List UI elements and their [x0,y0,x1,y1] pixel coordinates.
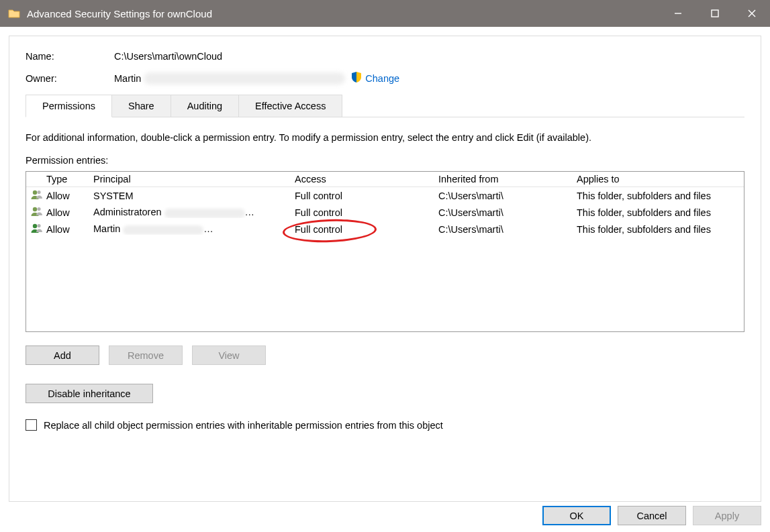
minimize-button[interactable] [659,0,696,27]
replace-checkbox[interactable] [26,419,37,431]
svg-point-9 [37,224,40,227]
col-type[interactable]: Type [46,174,93,184]
row-access: Full control [295,191,438,201]
row-type: Allow [46,191,93,201]
owner-label: Owner: [26,73,114,84]
svg-point-5 [37,191,40,194]
col-principal[interactable]: Principal [93,174,295,184]
replace-entries-row[interactable]: Replace all child object permission entr… [26,419,744,431]
table-row[interactable]: AllowSYSTEM Full controlC:\Users\marti\T… [26,187,744,204]
row-principal: Martin … [93,223,295,234]
disable-inheritance-button[interactable]: Disable inheritance [26,384,153,403]
row-access: Full control [295,224,438,235]
apply-button[interactable]: Apply [693,506,761,525]
view-button[interactable]: View [192,345,266,365]
tab-effective-access[interactable]: Effective Access [239,95,342,117]
row-inherited: C:\Users\marti\ [438,224,577,235]
svg-point-7 [37,207,40,211]
info-text: For additional information, double-click… [26,132,744,143]
svg-point-4 [33,191,37,195]
tab-share[interactable]: Share [112,95,171,117]
main-panel: Name: C:\Users\marti\ownCloud Owner: Mar… [9,36,761,502]
window-controls [659,0,770,27]
row-type: Allow [46,207,93,218]
change-owner[interactable]: Change [350,71,399,85]
entries-label: Permission entries: [26,155,744,166]
user-icon [30,223,46,235]
svg-rect-1 [712,10,718,17]
remove-button[interactable]: Remove [109,345,183,365]
add-button[interactable]: Add [26,345,99,365]
dialog-buttons: OK Cancel Apply [542,506,761,525]
window-title: Advanced Security Settings for ownCloud [27,8,659,19]
entry-buttons: Add Remove View [26,345,744,365]
owner-redacted [144,72,345,85]
row-principal: SYSTEM [93,191,295,201]
maximize-button[interactable] [696,0,733,27]
close-button[interactable] [733,0,770,27]
window: Advanced Security Settings for ownCloud … [0,0,770,532]
grid-header: Type Principal Access Inherited from App… [26,172,744,187]
user-icon [30,189,46,202]
highlight-ellipse [282,217,377,244]
col-applies[interactable]: Applies to [577,174,740,184]
principal-redacted [123,225,203,235]
row-applies: This folder, subfolders and files [577,191,740,201]
shield-icon [350,71,363,85]
owner-row: Owner: Martin Change [26,71,744,85]
svg-point-6 [33,207,37,211]
tab-auditing[interactable]: Auditing [171,95,239,117]
row-access: Full control [295,207,438,218]
col-inherited[interactable]: Inherited from [438,174,577,184]
disable-inheritance-row: Disable inheritance [26,384,744,403]
change-link[interactable]: Change [365,73,399,84]
table-row[interactable]: AllowAdministratoren …Full controlC:\Use… [26,204,744,221]
svg-point-8 [33,224,37,228]
table-row[interactable]: AllowMartin …Full controlC:\Users\marti\… [26,221,744,237]
row-inherited: C:\Users\marti\ [438,207,577,218]
tab-permissions[interactable]: Permissions [26,95,112,117]
folder-icon [8,9,20,18]
name-row: Name: C:\Users\marti\ownCloud [26,51,744,62]
row-applies: This folder, subfolders and files [577,224,740,235]
replace-label: Replace all child object permission entr… [44,420,443,431]
name-value: C:\Users\marti\ownCloud [114,51,222,62]
client-area: Name: C:\Users\marti\ownCloud Owner: Mar… [0,27,770,532]
user-icon [30,206,46,219]
owner-value: Martin [114,73,141,84]
titlebar: Advanced Security Settings for ownCloud [0,0,770,27]
row-principal: Administratoren … [93,207,295,217]
permissions-grid[interactable]: Type Principal Access Inherited from App… [26,171,744,332]
ok-button[interactable]: OK [542,506,611,525]
name-label: Name: [26,51,114,62]
row-type: Allow [46,224,93,235]
row-applies: This folder, subfolders and files [577,207,740,218]
cancel-button[interactable]: Cancel [618,506,686,525]
col-access[interactable]: Access [295,174,438,184]
row-inherited: C:\Users\marti\ [438,191,577,201]
tabs: Permissions Share Auditing Effective Acc… [26,95,744,117]
principal-redacted [164,209,245,218]
